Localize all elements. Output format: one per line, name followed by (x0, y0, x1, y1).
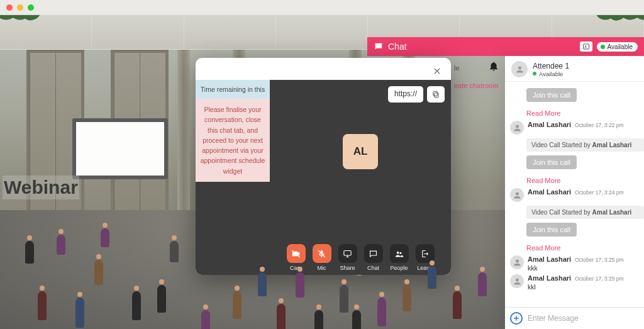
join-call-button[interactable]: Join this call (526, 223, 577, 237)
svg-rect-0 (583, 44, 589, 49)
system-message: Video Call Started by Amal Lashari (526, 138, 644, 152)
attendee-status: Available (539, 70, 563, 77)
chat-icon (374, 42, 384, 52)
maximize-dot-icon[interactable] (28, 4, 34, 11)
bell-icon[interactable] (488, 60, 499, 72)
avatar (510, 188, 524, 202)
svg-rect-3 (433, 91, 437, 96)
chat-title: Chat (388, 42, 407, 52)
system-message: Video Call Started by Amal Lashari (526, 206, 644, 219)
share-url-field[interactable]: https:// (388, 86, 423, 103)
finalise-notice: Please finalise your conversation, close… (196, 99, 270, 182)
message-timestamp: October 17, 3:22 pm (575, 122, 624, 128)
chat-input-bar: ＋ (505, 307, 644, 329)
control-label: Mic (318, 265, 326, 271)
control-label: People (390, 265, 408, 271)
create-chatroom-link[interactable]: eate chatroom (454, 82, 498, 89)
cam-icon (291, 249, 301, 259)
message-author: Amal Lashari (528, 274, 571, 282)
message-author: Amal Lashari (528, 188, 571, 196)
chat-message-list[interactable]: Join this callRead MoreAmal LashariOctob… (505, 82, 644, 307)
chat-banner: Chat Available (367, 37, 644, 56)
chat-icon (369, 249, 378, 259)
minimize-dot-icon[interactable] (17, 4, 23, 11)
add-attachment-button[interactable]: ＋ (510, 312, 523, 325)
control-label: Leave (417, 265, 433, 271)
time-remaining-notice: Time remaining in this (196, 80, 270, 99)
chat-button[interactable] (364, 244, 383, 263)
chat-message: Amal LashariOctober 17, 3:25 pmkkl (505, 273, 644, 292)
message-body: kkk (528, 264, 638, 272)
status-label: Available (608, 43, 633, 50)
mic-button[interactable] (313, 244, 331, 263)
svg-point-8 (397, 251, 399, 254)
people-icon (394, 249, 404, 259)
svg-rect-5 (321, 256, 322, 257)
cam-button[interactable] (287, 244, 306, 263)
avatar (510, 255, 524, 269)
message-input[interactable] (528, 314, 639, 323)
message-author: Amal Lashari (528, 255, 571, 263)
window-chrome (0, 0, 644, 15)
message-author: Amal Lashari (528, 121, 571, 128)
message-timestamp: October 17, 3:24 pm (575, 189, 624, 196)
message-body: kkl (528, 283, 638, 291)
message-timestamp: October 17, 3:25 pm (575, 276, 624, 282)
chat-message: Amal LashariOctober 17, 3:24 pm (505, 187, 644, 203)
chat-message: Amal LashariOctober 17, 3:25 pmkkk (505, 254, 644, 273)
leave-button[interactable] (416, 244, 435, 263)
read-more-link[interactable]: Read More (526, 244, 644, 252)
control-label: Share (340, 265, 355, 271)
status-pill[interactable]: Available (597, 42, 638, 52)
svg-point-9 (400, 252, 402, 254)
video-call-modal: Time remaining in this Please finalise y… (196, 58, 451, 275)
copy-url-button[interactable] (427, 86, 445, 103)
read-more-link[interactable]: Read More (526, 177, 644, 184)
chat-panel: Attendee 1 Available Join this callRead … (505, 56, 644, 329)
participant-avatar: AL (343, 134, 378, 169)
webinar-banner: Webinar (3, 176, 79, 199)
partial-text: le (454, 64, 460, 72)
avatar (510, 121, 524, 135)
join-call-button[interactable]: Join this call (526, 88, 577, 102)
leave-icon (420, 249, 430, 259)
status-dot-icon (601, 45, 605, 49)
close-button[interactable] (430, 64, 445, 79)
svg-rect-7 (344, 250, 351, 255)
status-dot-icon (533, 72, 536, 75)
close-dot-icon[interactable] (6, 4, 13, 11)
mic-icon (317, 249, 326, 259)
svg-rect-2 (435, 93, 438, 98)
people-button[interactable] (390, 244, 409, 263)
control-label: Chat (367, 265, 379, 271)
contacts-button[interactable] (580, 42, 592, 52)
attendee-name: Attendee 1 (533, 62, 569, 70)
avatar (511, 61, 528, 77)
presentation-screen (72, 118, 168, 179)
avatar (510, 274, 524, 288)
join-call-button[interactable]: Join this call (526, 155, 577, 169)
read-more-link[interactable]: Read More (526, 109, 644, 117)
chat-message: Amal LashariOctober 17, 3:22 pm (505, 120, 644, 136)
share-button[interactable] (338, 244, 357, 263)
share-icon (343, 249, 352, 259)
chat-header: Attendee 1 Available (505, 56, 644, 82)
control-label: Cam (290, 265, 302, 271)
message-timestamp: October 17, 3:25 pm (575, 257, 624, 263)
svg-point-1 (584, 45, 586, 47)
